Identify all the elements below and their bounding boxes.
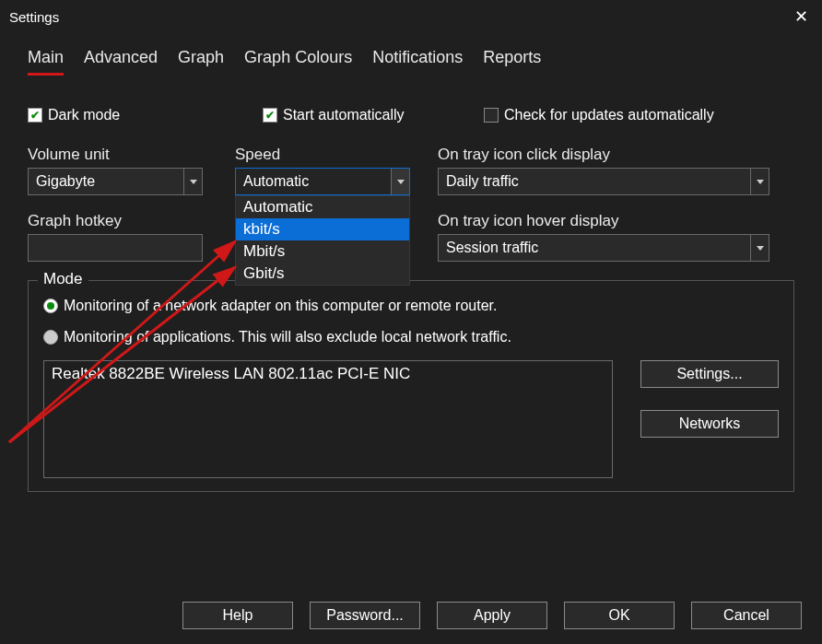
checkbox-label: Check for updates automatically [504,107,714,123]
option-automatic[interactable]: Automatic [236,196,409,218]
option-gbit[interactable]: Gbit/s [236,263,409,285]
select-speed[interactable]: Automatic Automatic kbit/s Mbit/s Gbit/s [235,168,410,195]
dialog-buttons: Help Password... Apply OK Cancel [0,602,822,629]
select-tray-click[interactable]: Daily traffic [438,168,769,195]
checkbox-dark-mode[interactable]: ✔ Dark mode [28,107,226,123]
help-button[interactable]: Help [182,602,293,629]
radio-monitor-apps[interactable]: Monitoring of applications. This will al… [43,329,779,345]
tab-reports[interactable]: Reports [483,48,541,76]
window-title: Settings [9,9,59,25]
option-kbit[interactable]: kbit/s [236,218,409,240]
settings-button[interactable]: Settings... [640,360,779,388]
select-value: Gigabyte [36,173,95,190]
tab-main[interactable]: Main [28,48,64,76]
mode-groupbox: Mode Monitoring of a network adapter on … [28,280,794,492]
chevron-down-icon [391,169,409,194]
option-mbit[interactable]: Mbit/s [236,240,409,263]
tab-notifications[interactable]: Notifications [372,48,463,76]
tabs: Main Advanced Graph Graph Colours Notifi… [28,33,794,81]
select-tray-hover[interactable]: Session traffic [438,234,769,262]
check-icon: ✔ [263,108,277,123]
checkbox-label: Dark mode [48,107,120,123]
label-graph-hotkey: Graph hotkey [28,212,235,230]
tab-advanced[interactable]: Advanced [84,48,158,76]
select-volume-unit[interactable]: Gigabyte [28,168,203,195]
close-icon: ✕ [794,6,808,27]
chevron-down-icon [183,169,202,194]
select-value: Daily traffic [446,173,519,190]
radio-icon [43,299,58,313]
select-value: Automatic [243,173,309,190]
adapter-item[interactable]: Realtek 8822BE Wireless LAN 802.11ac PCI… [52,365,605,383]
close-button[interactable]: ✕ [780,0,822,33]
radio-monitor-adapter[interactable]: Monitoring of a network adapter on this … [43,298,779,314]
chevron-down-icon [750,169,769,194]
apply-button[interactable]: Apply [437,602,547,629]
tab-graph-colours[interactable]: Graph Colours [244,48,352,76]
radio-label: Monitoring of a network adapter on this … [64,298,497,314]
titlebar: Settings ✕ [0,0,822,33]
check-icon: ✔ [484,108,499,123]
networks-button[interactable]: Networks [640,410,779,438]
label-volume-unit: Volume unit [28,146,235,164]
check-icon: ✔ [28,108,42,123]
checkbox-start-auto[interactable]: ✔ Start automatically [263,107,447,123]
label-tray-click: On tray icon click display [438,146,779,164]
tab-graph[interactable]: Graph [178,48,224,76]
mode-legend: Mode [38,270,88,288]
cancel-button[interactable]: Cancel [691,602,802,629]
label-speed: Speed [235,146,438,164]
checkbox-label: Start automatically [283,107,405,123]
adapter-list[interactable]: Realtek 8822BE Wireless LAN 802.11ac PCI… [43,360,613,478]
radio-label: Monitoring of applications. This will al… [64,329,511,345]
select-value: Session traffic [446,240,538,256]
input-graph-hotkey[interactable] [28,234,203,262]
dropdown-speed: Automatic kbit/s Mbit/s Gbit/s [235,195,410,286]
radio-icon [43,330,58,345]
label-tray-hover: On tray icon hover display [438,212,779,230]
ok-button[interactable]: OK [564,602,675,629]
chevron-down-icon [750,235,769,261]
checkbox-check-updates[interactable]: ✔ Check for updates automatically [484,107,714,123]
password-button[interactable]: Password... [310,602,420,629]
